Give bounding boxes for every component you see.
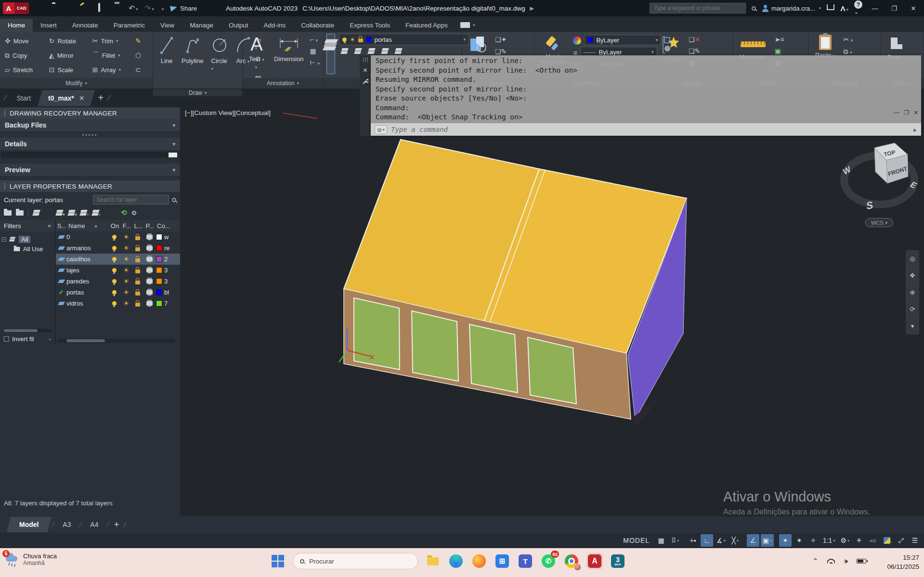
circle-button[interactable]: Circle ▾ [208, 34, 231, 90]
command-wrench-icon[interactable] [362, 78, 368, 85]
zoom-icon[interactable]: ⊕ [910, 289, 915, 296]
rotate-button[interactable]: ↻Rotate [47, 36, 89, 46]
col-color[interactable]: Co... [155, 220, 179, 231]
delete-layer-icon[interactable]: ✕ [80, 210, 88, 216]
backup-files-section[interactable]: Backup Files▾ [0, 119, 180, 132]
create-block-icon[interactable]: ❏✦ [495, 36, 507, 43]
undo-icon[interactable]: ↶▾ [129, 4, 138, 13]
account-menu[interactable]: margarida.cra...▾ [762, 5, 821, 12]
object-snap-icon[interactable]: ▣▾ [761, 534, 774, 547]
tree-collapse-icon[interactable]: − [2, 237, 6, 242]
layer-search-icon[interactable] [172, 198, 176, 202]
layer-properties-button[interactable] [326, 34, 335, 74]
col-name[interactable]: Name▲ [66, 220, 108, 231]
tab-home[interactable]: Home [0, 19, 33, 32]
palette-grip[interactable] [4, 110, 6, 116]
ungroup-icon[interactable]: ❏✕ [689, 36, 700, 43]
search-icon[interactable] [752, 6, 756, 11]
window-1[interactable] [354, 298, 400, 370]
tab-express-tools[interactable]: Express Tools [342, 19, 398, 32]
command-grip-icon[interactable] [363, 57, 368, 62]
grid-icon[interactable]: ▦ [655, 534, 667, 547]
col-on[interactable]: On [108, 220, 120, 231]
invert-filter-checkbox[interactable] [4, 336, 9, 342]
mirror-button[interactable]: ◭Mirror [47, 51, 89, 60]
autocad-logo[interactable]: ACAD [3, 2, 29, 14]
move-button[interactable]: ✜Move [3, 36, 45, 46]
new-layout-button[interactable]: + [114, 519, 119, 530]
window-4[interactable] [528, 337, 576, 404]
layer-dropdown[interactable]: ☀ portas ▾ [339, 34, 469, 45]
layer-row-portas[interactable]: ✓portas ☀ bl [56, 287, 180, 298]
drawing-restore-icon[interactable]: ❐ [904, 109, 909, 116]
restore-button[interactable]: ❐ [887, 5, 901, 12]
share-button[interactable]: Share [170, 5, 197, 12]
isolate-objects-icon[interactable]: ▫○ [867, 534, 879, 547]
minimize-button[interactable]: — [868, 5, 882, 12]
command-close-icon[interactable]: ✕ [363, 67, 367, 74]
battery-icon[interactable] [857, 559, 866, 564]
model-tab[interactable]: Model [7, 517, 51, 532]
command-input-placeholder[interactable]: Type a command [391, 126, 448, 133]
open-from-mobile-icon[interactable] [98, 4, 107, 13]
trim-button[interactable]: ✂Trim▾ [91, 36, 133, 46]
wifi-icon[interactable] [827, 559, 835, 564]
new-property-filter-icon[interactable] [4, 210, 12, 216]
tab-annotate[interactable]: Annotate [65, 19, 106, 32]
layer-isolate-icon[interactable] [354, 48, 362, 54]
whatsapp-icon[interactable]: ✆82 [540, 553, 557, 569]
quick-select-icon[interactable]: ➤≡ [775, 36, 784, 43]
edge-icon[interactable] [448, 553, 464, 569]
new-drawing-tab-button[interactable]: + [98, 92, 104, 103]
explode-icon[interactable]: ⬡ [135, 51, 150, 59]
scale-button[interactable]: ⊡Scale [47, 65, 89, 75]
tab-collaborate[interactable]: Collaborate [293, 19, 342, 32]
color-dropdown[interactable]: ByLayer▾ [584, 35, 661, 45]
layer-properties-title[interactable]: LAYER PROPERTIES MANAGER [0, 180, 180, 192]
new-group-filter-icon[interactable] [16, 210, 24, 216]
store-icon[interactable]: ⊞ [494, 553, 510, 569]
navigation-bar[interactable]: ◎ ✥ ⊕ ⟳ ▾ [906, 250, 919, 334]
a4-tab[interactable]: A4 [82, 517, 106, 532]
fillet-button[interactable]: ⌒Fillet▾ [91, 50, 133, 61]
navbar-more-icon[interactable]: ▾ [911, 322, 914, 330]
ortho-mode-icon[interactable]: ∟ [701, 534, 713, 547]
clean-screen-icon[interactable]: ⤢ [895, 534, 907, 547]
3dsmax-icon[interactable]: 3MAX [610, 553, 626, 569]
drawing-close-icon[interactable]: ✕ [913, 109, 918, 116]
dimension-button[interactable]: Dimension [271, 34, 307, 78]
viewcube-cube[interactable]: TOP FRONT [854, 142, 911, 195]
tab-view[interactable]: View [153, 19, 182, 32]
filter-all-used[interactable]: All Use [2, 244, 53, 254]
annotation-visibility-icon[interactable]: ✦ [779, 534, 792, 547]
filter-all[interactable]: − All [2, 234, 53, 244]
text-button[interactable]: A Text ▾ [246, 34, 268, 78]
graphics-performance-icon[interactable] [881, 534, 893, 547]
col-freeze[interactable]: F... [120, 220, 132, 231]
offset-icon[interactable]: ⊂ [135, 66, 150, 74]
drawing-viewport[interactable]: [−][Custom View][Conceptual] W E S TOP F… [180, 107, 924, 516]
layer-row-vidros[interactable]: vidros ☀ 7 [56, 298, 180, 309]
col-plot[interactable]: P... [143, 220, 155, 231]
erase-icon[interactable]: ✎ [135, 37, 150, 45]
window-2[interactable] [412, 311, 458, 381]
steering-wheel-icon[interactable]: ◎ [910, 255, 915, 262]
polar-tracking-icon[interactable]: ∡▾ [715, 534, 728, 547]
details-scrollbar[interactable] [1, 152, 179, 158]
file-explorer-icon[interactable] [425, 553, 441, 569]
new-file-icon[interactable] [37, 4, 45, 13]
set-current-layer-icon[interactable]: ✓ [92, 210, 100, 216]
layer-row-lajes[interactable]: lajes ☀ 3 [56, 265, 180, 276]
start-tab[interactable]: Start [10, 90, 38, 106]
linear-dim-icon[interactable]: ⊢ ▾ [310, 59, 320, 66]
volume-icon[interactable]: 🕩 [844, 557, 848, 565]
taskbar-search[interactable]: Procurar [293, 553, 418, 569]
layer-grid-hscrollbar[interactable] [58, 339, 175, 343]
object-snap-tracking-icon[interactable]: ∠ [747, 534, 759, 547]
preview-section[interactable]: Preview▾ [0, 164, 180, 177]
collapse-pane-icon[interactable]: « [49, 337, 51, 342]
start-button[interactable] [270, 553, 286, 569]
command-history[interactable]: Specify first point of mirror line: Spec… [371, 55, 921, 136]
collapse-filters-icon[interactable]: « [48, 222, 51, 229]
chrome-icon[interactable] [563, 553, 580, 569]
